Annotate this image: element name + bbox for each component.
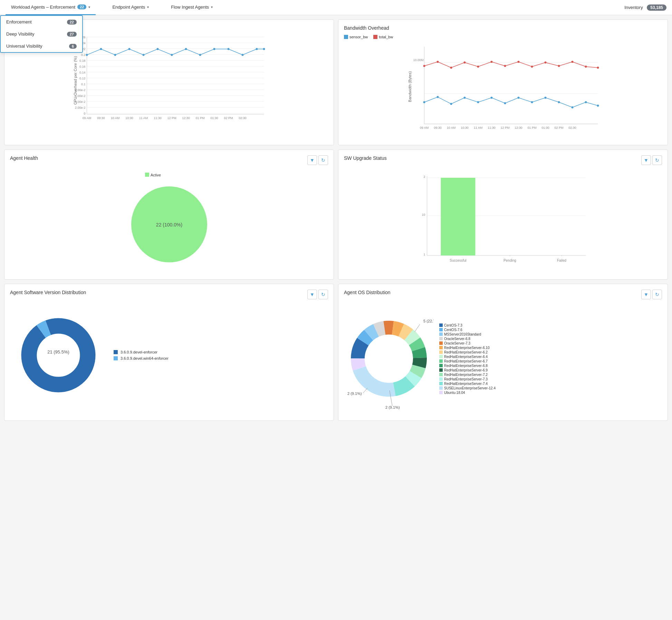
refresh-icon: ↻ (321, 157, 325, 163)
dropdown-universal-label: Universal Visibility (6, 43, 42, 49)
svg-text:0.1: 0.1 (81, 83, 86, 86)
nav-workload-agents[interactable]: Workload Agents – Enforcement 22 ▾ (6, 0, 96, 15)
nav-flow-ingest[interactable]: Flow Ingest Agents ▾ (165, 0, 218, 15)
dropdown-enforcement[interactable]: Enforcement 22 (1, 16, 82, 28)
os-label-8: RedHatEnterpriseServer-6.4 (444, 355, 488, 359)
svg-point-44 (263, 48, 265, 50)
svg-line-146 (363, 388, 367, 393)
inventory-count: 53,185 (647, 4, 666, 11)
os-label-4: OracleServer-6.8 (444, 337, 470, 341)
svg-text:22 (100.0%): 22 (100.0%) (156, 222, 182, 227)
svg-text:21 (95.5%): 21 (95.5%) (47, 349, 69, 355)
row-2: Agent Health ▼ ↻ Active (4, 149, 668, 280)
svg-point-74 (558, 65, 560, 67)
svg-point-86 (531, 101, 533, 103)
svg-line-144 (415, 324, 420, 332)
svg-point-80 (450, 103, 452, 105)
bandwidth-chart-svg: Bandwidth (Bytes) 10.00M (344, 42, 662, 138)
os-label-10: RedHatEnterpriseServer-6.8 (444, 364, 488, 368)
os-legend-oracle68: OracleServer-6.8 (439, 337, 496, 341)
svg-point-35 (143, 54, 145, 56)
inventory-section: Inventory 53,185 (624, 5, 666, 10)
svg-point-68 (477, 66, 479, 68)
sw-upgrade-refresh-btn[interactable]: ↻ (652, 155, 662, 165)
os-filter-btn[interactable]: ▼ (641, 290, 651, 299)
os-label-5: OracleServer-7.3 (444, 341, 470, 345)
os-donut-svg: 5 (22.7%) 2 (9.1%) 2 (9.1%) (344, 307, 434, 410)
svg-text:11 AM: 11 AM (139, 116, 148, 120)
filter-icon-os: ▼ (644, 292, 649, 297)
os-legend-rhel610: RedHatEnterpriseServer-6.10 (439, 346, 496, 350)
svg-text:02:30: 02:30 (568, 126, 576, 129)
svg-text:0.12: 0.12 (79, 77, 86, 80)
nav-workload-label: Workload Agents – Enforcement (11, 4, 75, 10)
agent-health-actions: ▼ ↻ (307, 155, 328, 165)
filter-icon-sw: ▼ (644, 157, 649, 163)
os-legend-rhel74: RedHatEnterpriseServer-7.4 (439, 382, 496, 386)
os-legend-rhel62: RedHatEnterpriseServer-6.2 (439, 350, 496, 354)
agent-health-filter-btn[interactable]: ▼ (307, 155, 317, 165)
version-legend-1: 3.6.0.9.devel-enforcer (114, 350, 169, 354)
svg-text:4.00e-2: 4.00e-2 (75, 100, 86, 104)
svg-text:01:30: 01:30 (541, 126, 549, 129)
nav-endpoint-agents[interactable]: Endpoint Agents ▾ (107, 0, 154, 15)
os-label-3: MSServer2016Standard (444, 332, 481, 336)
svg-point-84 (504, 102, 506, 104)
row-1: mean CPU Overhead per Core (%) 0.26 0.24… (4, 19, 668, 145)
bw-legend-sensor-color (344, 35, 348, 39)
os-legend-rhel64: RedHatEnterpriseServer-6.4 (439, 355, 496, 359)
version-label-2: 3.6.0.9.devel.win64-enforcer (121, 356, 169, 360)
svg-point-91 (597, 105, 599, 107)
os-legend-centos76: CentOS-7.6 (439, 328, 496, 332)
os-dist-panel: Agent OS Distribution ▼ ↻ (338, 284, 668, 421)
svg-point-90 (585, 101, 587, 103)
os-refresh-btn[interactable]: ↻ (652, 290, 662, 299)
sw-upgrade-filter-btn[interactable]: ▼ (641, 155, 651, 165)
sw-upgrade-panel: SW Upgrade Status ▼ ↻ 2 10 1 (338, 149, 668, 280)
svg-point-65 (437, 61, 439, 63)
svg-point-34 (128, 48, 131, 50)
os-label-16: Ubuntu-18.04 (444, 391, 465, 395)
svg-point-81 (464, 97, 466, 99)
bw-legend-total-color (373, 35, 377, 39)
version-filter-btn[interactable]: ▼ (307, 290, 317, 299)
svg-point-41 (228, 48, 230, 50)
sw-upgrade-actions: ▼ ↻ (641, 155, 662, 165)
svg-point-33 (114, 54, 116, 56)
version-refresh-btn[interactable]: ↻ (318, 290, 328, 299)
svg-point-67 (464, 61, 466, 64)
svg-rect-104 (145, 173, 149, 177)
os-legend-ubuntu: Ubuntu-18.04 (439, 391, 496, 395)
os-label-2: CentOS-7.6 (444, 328, 462, 332)
agent-health-title: Agent Health (10, 155, 38, 161)
svg-point-38 (185, 48, 187, 50)
workload-dropdown: Enforcement 22 Deep Visibility 27 Univer… (0, 15, 83, 53)
version-legend: 3.6.0.9.devel-enforcer 3.6.0.9.devel.win… (114, 350, 169, 360)
os-label-14: RedHatEnterpriseServer-7.4 (444, 382, 488, 386)
dropdown-deep-visibility[interactable]: Deep Visibility 27 (1, 28, 82, 40)
svg-point-142 (366, 336, 411, 381)
agent-health-refresh-btn[interactable]: ↻ (318, 155, 328, 165)
dropdown-enforcement-label: Enforcement (6, 19, 32, 25)
svg-text:2: 2 (423, 175, 425, 178)
svg-text:10:30: 10:30 (461, 126, 469, 129)
svg-text:5 (22.7%): 5 (22.7%) (423, 319, 434, 323)
svg-point-69 (491, 61, 493, 63)
svg-text:12:30: 12:30 (515, 126, 522, 129)
svg-text:Pending: Pending (503, 259, 516, 262)
svg-point-88 (558, 101, 560, 103)
svg-point-71 (518, 61, 520, 63)
svg-text:01 PM: 01 PM (527, 126, 536, 129)
dropdown-enforcement-count: 22 (67, 20, 77, 25)
main-content: mean CPU Overhead per Core (%) 0.26 0.24… (0, 15, 672, 425)
bw-legend-sensor-label: sensor_bw (349, 35, 368, 39)
os-legend: CentOS-7.3 CentOS-7.6 MSServer2016Standa… (439, 323, 496, 395)
svg-text:10: 10 (422, 213, 425, 216)
os-donut-container: 5 (22.7%) 2 (9.1%) 2 (9.1%) (344, 307, 434, 411)
version-label-1: 3.6.0.9.devel-enforcer (121, 350, 157, 354)
agent-health-panel: Agent Health ▼ ↻ Active (4, 149, 334, 280)
svg-text:09 AM: 09 AM (420, 126, 429, 129)
dropdown-universal[interactable]: Universal Visibility 6 (1, 40, 82, 52)
svg-point-42 (242, 54, 244, 56)
dropdown-deep-label: Deep Visibility (6, 31, 34, 37)
